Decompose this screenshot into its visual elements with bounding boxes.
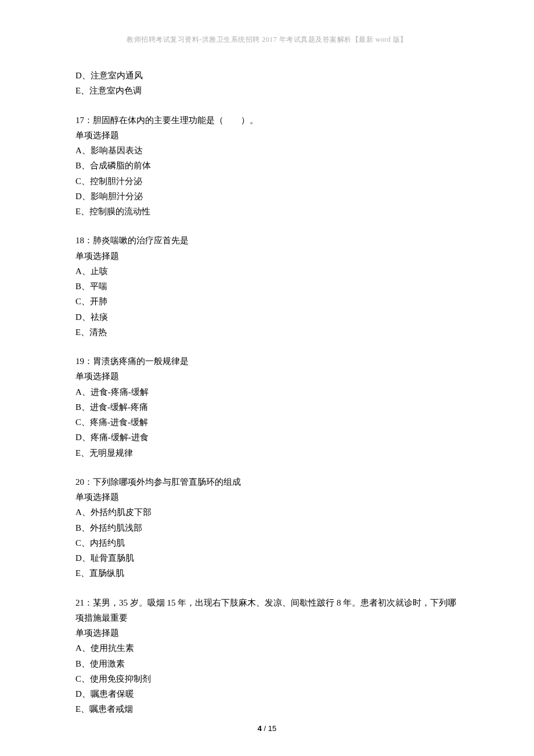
text-line: A、影响基因表达: [75, 143, 459, 158]
text-line: E、无明显规律: [75, 445, 459, 460]
text-line: D、注意室内通风: [75, 68, 459, 83]
question-block: 18：肺炎喘嗽的治疗应首先是单项选择题A、止咳B、平喘C、开肺D、祛痰E、清热: [75, 233, 459, 340]
page-total: 15: [268, 724, 276, 733]
text-line: 20：下列除哪项外均参与肛管直肠环的组成: [75, 474, 459, 489]
text-line: C、开肺: [75, 294, 459, 309]
text-line: C、使用免疫抑制剂: [75, 671, 459, 686]
text-line: A、使用抗生素: [75, 640, 459, 656]
page-sep: /: [262, 724, 268, 733]
text-line: 单项选择题: [75, 489, 459, 505]
text-line: 17：胆固醇在体内的主要生理功能是（ ）。: [75, 113, 459, 128]
text-line: E、嘱患者戒烟: [75, 701, 459, 717]
text-line: B、平喘: [75, 279, 459, 294]
text-line: D、疼痛-缓解-进食: [75, 430, 459, 445]
text-line: D、耻骨直肠肌: [75, 550, 459, 566]
text-line: 单项选择题: [75, 128, 459, 143]
text-line: E、控制膜的流动性: [75, 204, 459, 219]
text-line: B、使用激素: [75, 656, 459, 671]
text-line: 21：某男，35 岁。吸烟 15 年，出现右下肢麻木、发凉、间歇性跛行 8 年。…: [75, 595, 459, 626]
text-line: D、嘱患者保暖: [75, 686, 459, 701]
text-line: D、影响胆汁分泌: [75, 189, 459, 204]
text-line: 单项选择题: [75, 249, 459, 264]
question-block: D、注意室内通风E、注意室内色调: [75, 68, 459, 99]
text-line: A、进食-疼痛-缓解: [75, 384, 459, 399]
question-block: 21：某男，35 岁。吸烟 15 年，出现右下肢麻木、发凉、间歇性跛行 8 年。…: [75, 595, 459, 717]
question-block: 19：胃溃疡疼痛的一般规律是单项选择题A、进食-疼痛-缓解B、进食-缓解-疼痛C…: [75, 354, 459, 460]
question-block: 17：胆固醇在体内的主要生理功能是（ ）。单项选择题A、影响基因表达B、合成磷脂…: [75, 113, 459, 219]
text-line: 18：肺炎喘嗽的治疗应首先是: [75, 233, 459, 248]
text-line: B、合成磷脂的前体: [75, 158, 459, 173]
document-header: 教师招聘考试复习资料-洪雅卫生系统招聘 2017 年考试真题及答案解析【最新 w…: [75, 35, 459, 45]
text-line: 单项选择题: [75, 625, 459, 640]
text-line: C、内括约肌: [75, 535, 459, 550]
text-line: 19：胃溃疡疼痛的一般规律是: [75, 354, 459, 369]
page-number: 4 / 15: [0, 724, 534, 733]
text-line: E、清热: [75, 325, 459, 340]
text-line: E、注意室内色调: [75, 83, 459, 98]
text-line: B、进食-缓解-疼痛: [75, 399, 459, 415]
text-line: E、直肠纵肌: [75, 566, 459, 581]
text-line: D、祛痰: [75, 309, 459, 325]
text-line: A、止咳: [75, 264, 459, 279]
document-content: D、注意室内通风E、注意室内色调17：胆固醇在体内的主要生理功能是（ ）。单项选…: [75, 68, 459, 717]
text-line: 单项选择题: [75, 369, 459, 384]
text-line: B、外括约肌浅部: [75, 520, 459, 535]
document-page: 教师招聘考试复习资料-洪雅卫生系统招聘 2017 年考试真题及答案解析【最新 w…: [0, 0, 534, 756]
question-block: 20：下列除哪项外均参与肛管直肠环的组成单项选择题A、外括约肌皮下部B、外括约肌…: [75, 474, 459, 581]
page-current: 4: [258, 724, 262, 733]
text-line: C、控制胆汁分泌: [75, 174, 459, 189]
text-line: A、外括约肌皮下部: [75, 505, 459, 520]
text-line: C、疼痛-进食-缓解: [75, 415, 459, 430]
